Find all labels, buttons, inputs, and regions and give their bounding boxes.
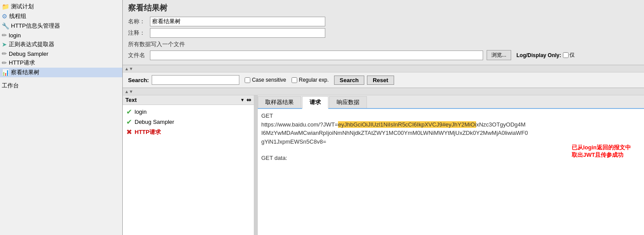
- err-icon-http: ✖: [126, 128, 132, 136]
- panel-title: 察看结果树: [128, 3, 639, 13]
- case-sensitive-group: Case sensitive: [245, 77, 286, 83]
- log-display-label: Log/Display Only:: [516, 52, 561, 58]
- file-section-label: 所有数据写入一个文件: [128, 40, 639, 48]
- comment-label: 注释：: [128, 29, 150, 37]
- sidebar-item-http-header[interactable]: 🔧 HTTP信息头管理器: [0, 21, 122, 31]
- http-pen-icon: ✏: [2, 59, 7, 66]
- resize-icon: ⇔: [246, 97, 251, 103]
- app-container: 📁 测试计划 ⚙ 线程组 🔧 HTTP信息头管理器 ✏ login ➤ 正则表达…: [0, 0, 644, 235]
- url-line3: gYiN1JxpmEWSn5C8v8=: [261, 137, 640, 146]
- sidebar-item-test-plan[interactable]: 📁 测试计划: [0, 2, 122, 11]
- search-label: Search:: [128, 77, 149, 83]
- search-button[interactable]: Search: [334, 76, 364, 85]
- reset-button[interactable]: Reset: [367, 76, 394, 85]
- tab-response-data[interactable]: 响应数据: [329, 96, 367, 108]
- name-label: 名称：: [128, 18, 150, 25]
- tree-panel: Text ▼ ⇔ ✔ login ✔ Debug Sampler: [123, 95, 254, 235]
- sidebar-item-http-request[interactable]: ✏ HTTP请求: [0, 58, 122, 68]
- get-data-line: GET data:: [261, 154, 640, 163]
- search-bar: Search: Case sensitive Regular exp. Sear…: [123, 72, 644, 88]
- panel-header: 察看结果树 名称： 注释： 所有数据写入一个文件 文件名 浏览... Log/D…: [123, 0, 644, 65]
- tree-content: ✔ login ✔ Debug Sampler ✖ HTTP请求: [123, 105, 254, 235]
- case-sensitive-label: Case sensitive: [252, 77, 286, 83]
- name-input[interactable]: [150, 17, 325, 26]
- sidebar-item-login[interactable]: ✏ login: [0, 31, 122, 40]
- content-panel: 取样器结果 请求 响应数据 GET https://www.baidu.com/…: [258, 95, 644, 235]
- get-line: GET: [261, 112, 640, 120]
- log-only-checkbox[interactable]: [563, 52, 569, 58]
- expand-arrow-top: ▲▼: [125, 66, 133, 71]
- url-line2: I6MzYwMDAwMCwianRpIjoiNmNhNjdkZTAtZWY1MC…: [261, 129, 640, 137]
- debug-pen-icon: ✏: [2, 50, 7, 57]
- workbench-label: 工作台: [2, 82, 19, 90]
- arrow-icon: ➤: [2, 41, 7, 48]
- tree-node-http[interactable]: ✖ HTTP请求: [125, 127, 252, 137]
- sidebar-label-http-header: HTTP信息头管理器: [11, 22, 60, 30]
- comment-row: 注释：: [128, 28, 639, 38]
- sidebar-label-test-plan: 测试计划: [11, 3, 34, 11]
- sidebar-item-workbench[interactable]: 工作台: [0, 81, 122, 90]
- sidebar-label-thread-group: 线程组: [9, 12, 26, 20]
- sidebar-label-result-tree: 察看结果树: [11, 69, 39, 76]
- sidebar-label-regex: 正则表达式提取器: [9, 40, 54, 48]
- url-line: https://www.baidu.com/?JWT=eyJhbGciOiJIU…: [261, 120, 640, 129]
- wrench-icon: 🔧: [2, 22, 9, 29]
- folder-icon: 📁: [2, 3, 9, 10]
- sidebar-item-result-tree[interactable]: 📊 察看结果树: [0, 68, 122, 77]
- tabs: 取样器结果 请求 响应数据: [258, 95, 644, 109]
- sidebar-item-regex[interactable]: ➤ 正则表达式提取器: [0, 40, 122, 49]
- main-panel: 察看结果树 名称： 注释： 所有数据写入一个文件 文件名 浏览... Log/D…: [123, 0, 644, 235]
- regular-exp-group: Regular exp.: [292, 77, 329, 83]
- search-input[interactable]: [152, 75, 239, 85]
- sidebar-item-thread-group[interactable]: ⚙ 线程组: [0, 11, 122, 21]
- tab-request[interactable]: 请求: [302, 96, 328, 109]
- sidebar-label-http-request: HTTP请求: [9, 59, 35, 67]
- node-label-login: login: [135, 108, 146, 115]
- browse-button[interactable]: 浏览...: [487, 50, 511, 60]
- results-area: Text ▼ ⇔ ✔ login ✔ Debug Sampler: [123, 95, 644, 235]
- checkbox-label: 仅: [569, 51, 575, 59]
- ok-icon-debug: ✔: [126, 118, 132, 126]
- name-row: 名称：: [128, 17, 639, 26]
- content-body: GET https://www.baidu.com/?JWT=eyJhbGciO…: [258, 109, 644, 235]
- file-input[interactable]: [150, 51, 483, 60]
- sidebar-item-debug[interactable]: ✏ Debug Sampler: [0, 49, 122, 58]
- comment-input[interactable]: [150, 28, 325, 38]
- regular-exp-checkbox[interactable]: [292, 77, 297, 83]
- tree-header-label: Text: [125, 97, 240, 103]
- node-label-http: HTTP请求: [135, 128, 161, 136]
- resize-handle[interactable]: [254, 95, 258, 235]
- sidebar-label-login: login: [9, 32, 21, 39]
- dropdown-arrow[interactable]: ▼: [240, 98, 245, 102]
- sidebar-label-debug: Debug Sampler: [9, 51, 48, 57]
- tree-icon: 📊: [2, 69, 9, 76]
- tree-header: Text ▼ ⇔: [123, 95, 254, 105]
- divider-bottom: ▲▼: [123, 88, 644, 95]
- tree-node-debug[interactable]: ✔ Debug Sampler: [125, 117, 252, 127]
- file-label: 文件名: [128, 51, 150, 59]
- case-sensitive-checkbox[interactable]: [245, 77, 250, 83]
- jwt-highlight: eyJhbGciOiJIUzl1NiIsInR5cCI6IkpXVCJ9#eyJ…: [338, 121, 476, 128]
- divider-top: ▲▼: [123, 65, 644, 72]
- tree-node-login[interactable]: ✔ login: [125, 107, 252, 117]
- sidebar: 📁 测试计划 ⚙ 线程组 🔧 HTTP信息头管理器 ✏ login ➤ 正则表达…: [0, 0, 123, 235]
- expand-arrow-bottom: ▲▼: [125, 89, 133, 94]
- regular-exp-label: Regular exp.: [299, 77, 329, 83]
- pen-icon: ✏: [2, 32, 7, 39]
- tab-sampler-result[interactable]: 取样器结果: [258, 96, 301, 108]
- ok-icon-login: ✔: [126, 108, 132, 116]
- file-row: 文件名 浏览... Log/Display Only: 仅: [128, 50, 639, 60]
- gear-icon: ⚙: [2, 13, 7, 20]
- node-label-debug: Debug Sampler: [135, 119, 174, 125]
